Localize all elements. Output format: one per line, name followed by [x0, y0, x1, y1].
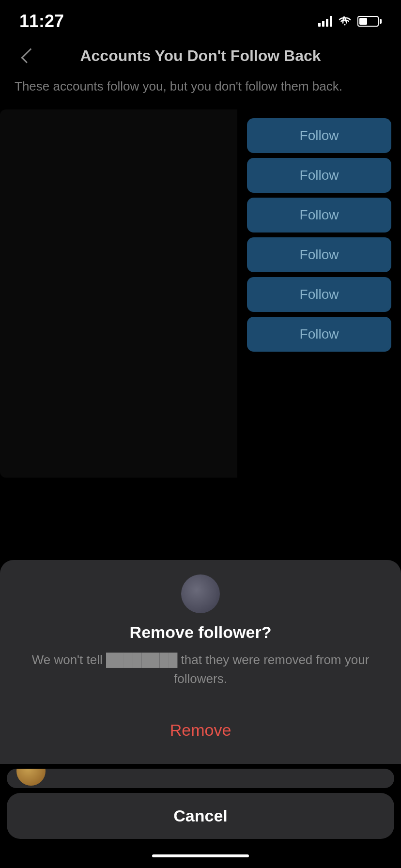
cancel-sheet: Cancel	[7, 793, 394, 839]
page-description: These accounts follow you, but you don't…	[0, 78, 401, 109]
description-suffix: that they were removed from your followe…	[174, 652, 369, 686]
cancel-button[interactable]: Cancel	[7, 793, 394, 839]
nav-header: Accounts You Don't Follow Back	[0, 39, 401, 78]
wifi-icon	[338, 16, 352, 27]
follow-button-1[interactable]: Follow	[247, 118, 391, 153]
partial-avatar	[16, 769, 46, 786]
home-indicator-area	[0, 844, 401, 868]
overlay: Remove follower? We won't tell ████████ …	[0, 560, 401, 868]
status-bar: 11:27	[0, 0, 401, 39]
sheet-handle-area	[0, 560, 401, 574]
page-title: Accounts You Don't Follow Back	[39, 47, 362, 65]
follow-button-6[interactable]: Follow	[247, 317, 391, 352]
accounts-list: Follow Follow Follow Follow Follow Follo…	[0, 109, 401, 478]
follow-button-4[interactable]: Follow	[247, 237, 391, 272]
remove-follower-sheet: Remove follower? We won't tell ████████ …	[0, 560, 401, 764]
back-button[interactable]	[15, 44, 39, 68]
status-icons	[318, 16, 382, 27]
remove-sheet-title: Remove follower?	[0, 623, 401, 642]
avatars-column	[0, 109, 237, 478]
status-time: 11:27	[19, 11, 64, 31]
follow-button-5[interactable]: Follow	[247, 277, 391, 312]
follow-button-3[interactable]: Follow	[247, 198, 391, 232]
partial-list-item	[7, 769, 394, 788]
back-chevron-icon	[21, 48, 36, 63]
remove-button[interactable]: Remove	[0, 706, 401, 754]
username-redacted: ████████	[106, 652, 181, 667]
follow-buttons-column: Follow Follow Follow Follow Follow Follo…	[237, 109, 401, 478]
description-prefix: We won't tell	[32, 652, 103, 667]
remove-sheet-description: We won't tell ████████ that they were re…	[0, 651, 401, 688]
signal-icon	[318, 16, 332, 27]
follow-button-2[interactable]: Follow	[247, 158, 391, 193]
home-indicator	[152, 854, 249, 857]
battery-icon	[357, 16, 382, 27]
follower-avatar	[181, 574, 220, 613]
